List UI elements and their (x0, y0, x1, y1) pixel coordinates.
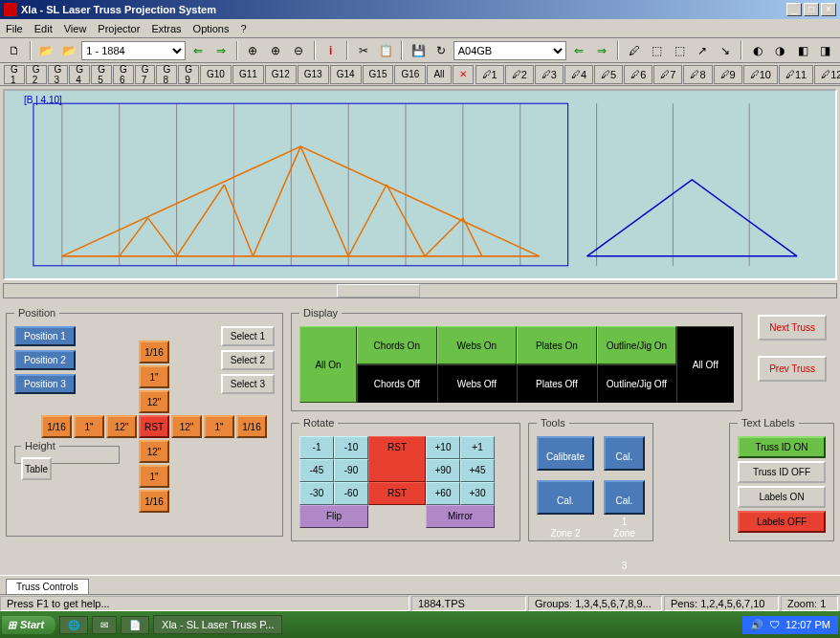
group-10[interactable]: G10 (200, 65, 232, 84)
mirror-button[interactable]: Mirror (426, 505, 495, 528)
down-12in[interactable]: 12" (139, 440, 169, 463)
pen-9[interactable]: 🖊9 (714, 65, 742, 84)
group-11[interactable]: G11 (232, 65, 264, 84)
tool-g-icon[interactable]: ◑ (770, 40, 791, 61)
group-clear[interactable]: ✕ (453, 65, 474, 84)
chords-off-button[interactable]: Chords Off (357, 364, 437, 403)
rotate-m60[interactable]: -60 (334, 482, 368, 505)
group-14[interactable]: G14 (330, 65, 362, 84)
menu-edit[interactable]: Edit (34, 23, 53, 34)
chords-on-button[interactable]: Chords On (357, 326, 437, 364)
plates-on-button[interactable]: Plates On (517, 326, 597, 364)
tool-i-icon[interactable]: ◨ (815, 40, 836, 61)
group-all[interactable]: All (427, 65, 451, 84)
pen-5[interactable]: 🖊5 (594, 65, 623, 84)
rotate-p45[interactable]: +45 (460, 459, 495, 482)
group-13[interactable]: G13 (298, 65, 329, 84)
webs-off-button[interactable]: Webs Off (437, 364, 518, 403)
left-1in[interactable]: 1" (74, 415, 104, 438)
tool-c-icon[interactable]: ⬚ (669, 40, 690, 61)
horizontal-scrollbar[interactable] (3, 283, 837, 298)
maximize-button[interactable]: □ (804, 3, 819, 16)
rotate-p10[interactable]: +10 (426, 436, 460, 459)
pen-6[interactable]: 🖊6 (624, 65, 652, 84)
group-16[interactable]: G16 (394, 65, 426, 84)
tool-b-icon[interactable]: ⬚ (647, 40, 668, 61)
all-on-button[interactable]: All On (299, 326, 357, 403)
rotate-m45[interactable]: -45 (299, 459, 334, 482)
save-icon[interactable]: 💾 (408, 40, 429, 61)
rotate-m10[interactable]: -10 (334, 436, 368, 459)
new-icon[interactable]: 🗋 (4, 40, 25, 61)
pen-1[interactable]: 🖊1 (475, 65, 504, 84)
tool-e-icon[interactable]: ↘ (715, 40, 736, 61)
rotate-rst-1[interactable]: RST (368, 436, 426, 482)
next-job-icon[interactable]: ⇒ (210, 40, 232, 61)
calibrate-button[interactable]: Calibrate (537, 436, 594, 471)
tool-h-icon[interactable]: ◧ (792, 40, 813, 61)
flip-button[interactable]: Flip (299, 505, 368, 528)
group-5[interactable]: G 5 (91, 65, 112, 84)
up-1-16[interactable]: 1/16 (139, 341, 169, 363)
tool-a-icon[interactable]: 🖊 (624, 40, 645, 61)
table-button[interactable]: Table (21, 457, 52, 480)
down-1in[interactable]: 1" (139, 465, 169, 488)
prev-truss-button[interactable]: Prev Truss (758, 356, 827, 382)
menu-extras[interactable]: Extras (151, 23, 181, 34)
zoom-out-icon[interactable]: ⊖ (288, 40, 309, 61)
group-4[interactable]: G 4 (69, 65, 90, 84)
up-1in[interactable]: 1" (139, 365, 169, 388)
truss-viewport[interactable]: [B | 4.10] (3, 89, 837, 280)
taskbar-app[interactable]: Xla - SL Laser Truss P... (153, 615, 282, 634)
cal-zone-3-button[interactable]: Cal. Zone 3 (604, 480, 645, 515)
rotate-m1[interactable]: -1 (299, 436, 334, 459)
pen-3[interactable]: 🖊3 (535, 65, 564, 84)
menu-projector[interactable]: Projector (98, 23, 140, 34)
right-1-16[interactable]: 1/16 (236, 415, 267, 438)
rotate-p90[interactable]: +90 (426, 459, 460, 482)
group-3[interactable]: G 3 (48, 65, 69, 84)
group-15[interactable]: G15 (363, 65, 394, 84)
rotate-p1[interactable]: +1 (460, 436, 495, 459)
group-6[interactable]: G 6 (113, 65, 134, 84)
prev-truss-icon[interactable]: ⇐ (568, 40, 589, 61)
menu-help[interactable]: ? (241, 23, 247, 34)
up-12in[interactable]: 12" (139, 390, 169, 413)
outline-off-button[interactable]: Outline/Jig Off (597, 364, 677, 403)
down-1-16[interactable]: 1/16 (139, 490, 169, 513)
pen-4[interactable]: 🖊4 (564, 65, 593, 84)
refresh-icon[interactable]: ↻ (431, 40, 452, 61)
start-button[interactable]: ⊞Start (2, 616, 55, 634)
group-8[interactable]: G 8 (156, 65, 177, 84)
right-12in[interactable]: 12" (171, 415, 202, 438)
group-1[interactable]: G 1 (4, 65, 25, 84)
truss-id-on-button[interactable]: Truss ID ON (738, 436, 826, 458)
truss-select[interactable]: A04GB (453, 41, 567, 60)
next-truss-button[interactable]: Next Truss (758, 315, 827, 341)
pen-8[interactable]: 🖊8 (683, 65, 712, 84)
cut-icon[interactable]: ✂ (353, 40, 374, 61)
target-icon[interactable]: ⊕ (243, 40, 264, 61)
open2-icon[interactable]: 📂 (59, 40, 80, 61)
pen-2[interactable]: 🖊2 (505, 65, 534, 84)
pen-11[interactable]: 🖊11 (779, 65, 813, 84)
quick-launch-2[interactable]: ✉ (92, 616, 117, 634)
truss-id-off-button[interactable]: Truss ID OFF (738, 461, 826, 483)
left-1-16[interactable]: 1/16 (41, 415, 72, 438)
rotate-m90[interactable]: -90 (334, 459, 368, 482)
labels-on-button[interactable]: Labels ON (738, 486, 826, 508)
plates-off-button[interactable]: Plates Off (517, 364, 597, 403)
right-1in[interactable]: 1" (204, 415, 234, 438)
cal-zone-2-button[interactable]: Cal. Zone 2 (537, 480, 594, 515)
tab-truss-controls[interactable]: Truss Controls (6, 579, 89, 594)
group-12[interactable]: G12 (265, 65, 297, 84)
tool-f-icon[interactable]: ◐ (747, 40, 768, 61)
all-off-button[interactable]: All Off (676, 326, 734, 403)
group-9[interactable]: G 9 (178, 65, 199, 84)
quick-launch-3[interactable]: 📄 (121, 616, 149, 634)
pen-10[interactable]: 🖊10 (743, 65, 778, 84)
pen-7[interactable]: 🖊7 (653, 65, 682, 84)
open-icon[interactable]: 📂 (36, 40, 57, 61)
menu-file[interactable]: File (6, 23, 23, 34)
tool-d-icon[interactable]: ↗ (692, 40, 713, 61)
